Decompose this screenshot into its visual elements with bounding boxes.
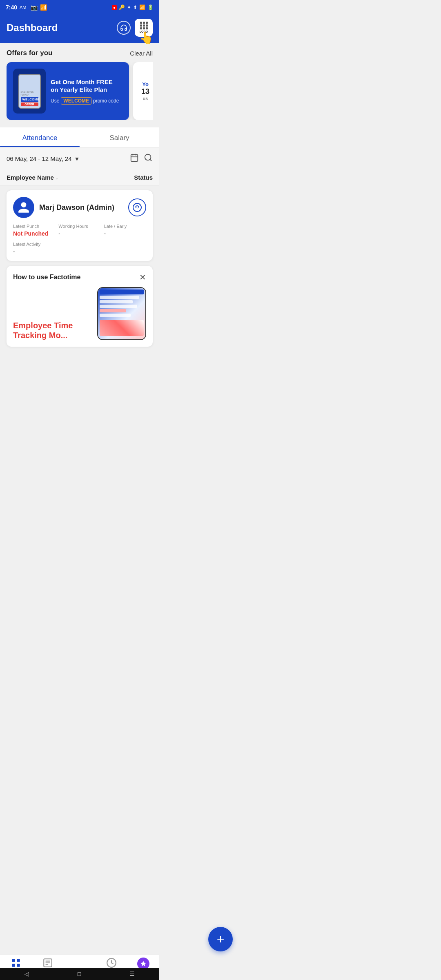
how-to-phone-mockup	[97, 287, 146, 340]
wifi-icon: 📶	[139, 4, 145, 10]
latest-activity-label: Latest Activity	[13, 242, 146, 247]
offers-header: Offers for you Clear All	[7, 49, 153, 57]
key-icon: 🔑	[119, 4, 125, 10]
late-early-label: Late / Early	[104, 224, 146, 229]
phone-screen	[98, 288, 145, 339]
table-header: Employee Name ↓ Status	[0, 170, 159, 185]
partial-line1: Yo	[142, 81, 149, 87]
app-header: Dashboard LOGO	[0, 15, 159, 43]
sort-arrow-icon: ↓	[56, 174, 58, 180]
support-icon[interactable]	[117, 21, 131, 35]
svg-rect-0	[131, 155, 138, 162]
battery-icon: 🔋	[147, 4, 154, 10]
close-how-to-button[interactable]: ✕	[139, 272, 146, 282]
offer-card-1[interactable]: FOR LIMITED PERIOD WELCOME OFFER Get One…	[7, 62, 129, 120]
phone-icon: 📶	[40, 4, 47, 11]
filter-icons	[130, 153, 153, 164]
limited-period-text: FOR LIMITED PERIOD	[21, 91, 38, 96]
calendar-icon[interactable]	[130, 153, 139, 164]
status-bar: 7:40 AM 📷 📶 ● 🔑 ✦ ⬆ 📶 🔋	[0, 0, 159, 15]
tab-attendance[interactable]: Attendance	[0, 127, 80, 147]
date-range-button[interactable]: 06 May, 24 - 12 May, 24 ▼	[7, 155, 80, 162]
latest-activity-value: -	[13, 248, 146, 254]
status-time: 7:40	[6, 4, 17, 11]
offer-card-partial[interactable]: Yo 13 us	[133, 62, 153, 120]
tabs-section: Attendance Salary	[0, 127, 159, 147]
offer-badge: OFFER	[21, 102, 38, 106]
how-to-header: How to use Factotime ✕	[13, 272, 146, 282]
svg-point-6	[133, 203, 141, 212]
offer-phone-screen: FOR LIMITED PERIOD WELCOME OFFER	[18, 74, 41, 109]
tab-salary[interactable]: Salary	[80, 127, 159, 147]
welcome-badge: WELCOME	[21, 97, 38, 102]
late-early-col: Late / Early -	[104, 224, 146, 237]
latest-punch-value: Not Punched	[13, 230, 55, 237]
date-range-text: 06 May, 24 - 12 May, 24	[7, 155, 72, 162]
status-icons: ● 🔑 ✦ ⬆ 📶 🔋	[112, 4, 154, 10]
chevron-down-icon: ▼	[74, 156, 80, 162]
offer-phone-image: FOR LIMITED PERIOD WELCOME OFFER	[13, 69, 46, 114]
how-to-card: How to use Factotime ✕ Employee Time Tra…	[7, 266, 153, 347]
working-hours-col: Working Hours -	[58, 224, 100, 237]
working-hours-value: -	[58, 230, 100, 236]
offers-title: Offers for you	[7, 49, 52, 57]
punch-action-button[interactable]	[128, 198, 146, 216]
how-to-content: Employee Time Tracking Mo...	[13, 287, 146, 340]
tabs: Attendance Salary	[0, 127, 159, 147]
filter-row: 06 May, 24 - 12 May, 24 ▼	[0, 147, 159, 170]
avatar	[13, 197, 34, 218]
recording-icon: ●	[112, 5, 117, 10]
clear-all-button[interactable]: Clear All	[130, 50, 153, 57]
bluetooth-icon: ✦	[127, 4, 131, 10]
svg-line-5	[150, 159, 151, 161]
main-content: Offers for you Clear All FOR LIMITED PER…	[0, 43, 159, 406]
offer-promo-line: Use WELCOME promo code	[51, 97, 122, 105]
cursor-hand-icon: 👆	[139, 31, 154, 45]
latest-activity-section: Latest Activity -	[13, 242, 146, 254]
svg-point-4	[145, 154, 151, 160]
promo-suffix: promo code	[93, 98, 119, 104]
employee-info: Marj Dawson (Admin)	[13, 197, 114, 218]
latest-punch-col: Latest Punch Not Punched	[13, 224, 55, 237]
partial-line3: us	[143, 96, 148, 101]
how-to-title: How to use Factotime	[13, 274, 80, 281]
employee-card-header: Marj Dawson (Admin)	[13, 197, 146, 218]
video-call-icon: 📷	[31, 4, 38, 11]
employee-card: Marj Dawson (Admin) Latest Punch Not Pun…	[7, 190, 153, 261]
header-title: Dashboard	[7, 22, 58, 33]
offers-carousel: FOR LIMITED PERIOD WELCOME OFFER Get One…	[7, 62, 153, 120]
late-early-value: -	[104, 230, 146, 236]
offers-section: Offers for you Clear All FOR LIMITED PER…	[0, 43, 159, 120]
use-label: Use	[51, 98, 59, 104]
offer-content: Get One Month FREE on Yearly Elite Plan …	[51, 69, 122, 114]
status-ampm: AM	[20, 5, 27, 10]
employee-name-column-header[interactable]: Employee Name ↓	[7, 174, 58, 181]
latest-punch-label: Latest Punch	[13, 224, 55, 229]
search-icon[interactable]	[144, 153, 153, 164]
how-to-headline: Employee Time Tracking Mo...	[13, 321, 91, 340]
promo-code-badge: WELCOME	[61, 97, 91, 105]
partial-line2: 13	[141, 87, 149, 96]
offer-headline: Get One Month FREE on Yearly Elite Plan	[51, 78, 122, 94]
working-hours-label: Working Hours	[58, 224, 100, 229]
how-to-text: Employee Time Tracking Mo...	[13, 321, 91, 340]
signal-icon: ⬆	[133, 4, 137, 10]
employee-details: Latest Punch Not Punched Working Hours -…	[13, 224, 146, 237]
status-column-header: Status	[134, 174, 153, 181]
employee-name: Marj Dawson (Admin)	[39, 203, 114, 212]
